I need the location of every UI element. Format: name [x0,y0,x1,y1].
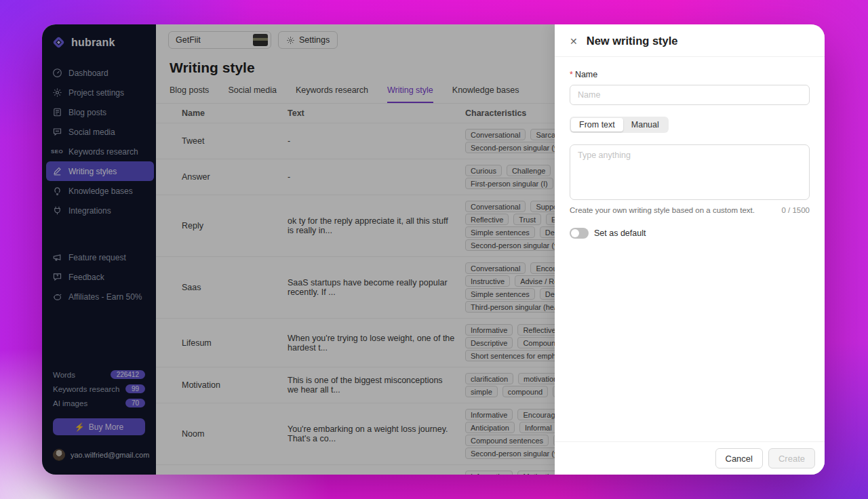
required-asterisk: * [570,70,573,79]
app-window: hubrank DashboardProject settingsBlog po… [42,24,825,475]
name-input[interactable] [570,85,810,105]
drawer-title: New writing style [587,35,678,47]
create-button[interactable]: Create [768,448,815,468]
cancel-button[interactable]: Cancel [715,448,763,468]
drawer-body: *Name From textManual Create your own wr… [555,57,825,441]
new-writing-style-drawer: ✕ New writing style *Name From textManua… [555,24,825,475]
name-field-label: *Name [570,68,810,80]
mode-option-from-text[interactable]: From text [571,118,623,132]
mode-option-manual[interactable]: Manual [623,118,667,132]
char-counter: 0 / 1500 [781,206,810,214]
helper-row: Create your own writing style based on a… [570,206,810,214]
style-text-textarea[interactable] [570,144,810,200]
set-default-label: Set as default [594,228,646,238]
close-icon[interactable]: ✕ [570,37,578,46]
set-default-toggle[interactable] [570,228,589,239]
set-default-row: Set as default [570,228,810,239]
drawer-footer: Cancel Create [555,441,825,475]
helper-text: Create your own writing style based on a… [570,206,755,214]
mode-segmented-control: From textManual [570,117,669,133]
drawer-header: ✕ New writing style [555,24,825,57]
toggle-knob [571,229,579,237]
